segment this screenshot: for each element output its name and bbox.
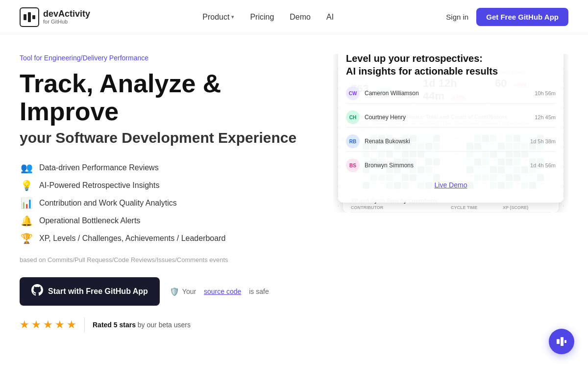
overlay-card: Level up your retrospectives:AI insights… [338, 54, 564, 203]
rating-row: ★ ★ ★ ★ ★ Rated 5 stars by our beta user… [20, 317, 314, 332]
nav-pricing[interactable]: Pricing [250, 13, 274, 22]
hero-tag: Tool for Engineering/Delivery Performanc… [20, 54, 314, 62]
source-note: based on Commits/Pull Requess/Code Revie… [20, 256, 314, 263]
analytics-icon: 📊 [20, 197, 33, 209]
feature-alerts: 🔔 Operational Bottleneck Alerts [20, 215, 314, 227]
table-header: CONTRIBUTOR CYCLE TIME XP (SCORE) [351, 205, 551, 212]
navbar: devActivity for GitHub Product ▾ Pricing… [0, 0, 588, 34]
brand-sub: for GitHub [43, 19, 90, 25]
nav-ai[interactable]: AI [326, 13, 334, 22]
svg-rect-1 [28, 12, 31, 22]
github-icon [31, 284, 43, 299]
star-2: ★ [31, 318, 41, 331]
svg-rect-5 [564, 340, 566, 343]
nav-links: Product ▾ Pricing Demo AI [202, 13, 334, 22]
logo[interactable]: devActivity for GitHub [20, 7, 90, 27]
feature-list: 👥 Data-driven Performance Reviews 💡 AI-P… [20, 162, 314, 244]
svg-rect-0 [24, 14, 26, 20]
nav-product[interactable]: Product ▾ [202, 13, 234, 22]
security-note: 🛡️ Your source code is safe [170, 287, 269, 296]
contributor-row-3: RB Renata Bukowski 1d 5h 38m [346, 131, 556, 152]
brand-name: devActivity [43, 9, 90, 19]
alert-icon: 🔔 [20, 215, 33, 227]
cta-row: Start with Free GitHub App 🛡️ Your sourc… [20, 277, 314, 306]
get-app-button[interactable]: Get Free GitHub App [476, 8, 568, 26]
feature-ai-insights: 💡 AI-Powered Retrospective Insights [20, 180, 314, 191]
source-code-link[interactable]: source code [204, 288, 241, 295]
svg-rect-4 [561, 337, 564, 346]
star-rating: ★ ★ ★ ★ ★ [20, 318, 76, 331]
svg-rect-3 [557, 339, 560, 344]
product-chevron-icon: ▾ [231, 14, 234, 20]
live-demo-link[interactable]: Live Demo [346, 175, 556, 195]
ai-icon: 💡 [20, 180, 33, 191]
rating-text: Rated 5 stars by our beta users [93, 321, 191, 329]
overlay-title: Level up your retrospectives:AI insights… [346, 54, 556, 78]
nav-actions: Sign in Get Free GitHub App [446, 8, 568, 26]
star-3: ★ [43, 318, 53, 331]
contributor-rows: CW Cameron Williamson 10h 56m CH Courtne… [346, 83, 556, 175]
nav-demo[interactable]: Demo [290, 13, 311, 22]
svg-rect-2 [32, 15, 35, 19]
hero-title: Track, Analyze & Improve [20, 70, 314, 126]
rating-divider [84, 317, 85, 332]
star-4: ★ [55, 318, 65, 331]
contributor-row-1: CW Cameron Williamson 10h 56m [346, 83, 556, 104]
avatar-ch: CH [346, 110, 360, 124]
contributor-row-2: CH Courtney Henry 12h 45m [346, 107, 556, 128]
shield-icon: 🛡️ [170, 287, 179, 296]
sign-in-button[interactable]: Sign in [446, 13, 468, 21]
avatar-cw: CW [346, 86, 360, 100]
contributor-row-4: BS Bronwyn Simmons 1d 4h 56m [346, 156, 556, 175]
hero-subtitle: your Software Development Experience [20, 130, 314, 146]
feature-performance-reviews: 👥 Data-driven Performance Reviews [20, 162, 314, 174]
avatar-bs: BS [346, 158, 360, 172]
hero-section: Tool for Engineering/Delivery Performanc… [0, 34, 588, 368]
star-1: ★ [20, 318, 29, 331]
logo-icon [20, 7, 39, 27]
hero-right: ‹ › Team XP [Contribution Score] 763 +12… [333, 54, 568, 212]
feature-xp: 🏆 XP, Levels / Challenges, Achievements … [20, 233, 314, 244]
feature-analytics: 📊 Contribution and Work Quality Analytic… [20, 197, 314, 209]
floating-chat-button[interactable] [549, 329, 574, 354]
logo-text: devActivity for GitHub [43, 9, 90, 25]
trophy-icon: 🏆 [20, 233, 33, 244]
hero-left: Tool for Engineering/Delivery Performanc… [20, 54, 314, 332]
start-free-button[interactable]: Start with Free GitHub App [20, 277, 160, 306]
star-5: ★ [67, 318, 76, 331]
performance-icon: 👥 [20, 162, 33, 174]
avatar-rb: RB [346, 134, 360, 148]
